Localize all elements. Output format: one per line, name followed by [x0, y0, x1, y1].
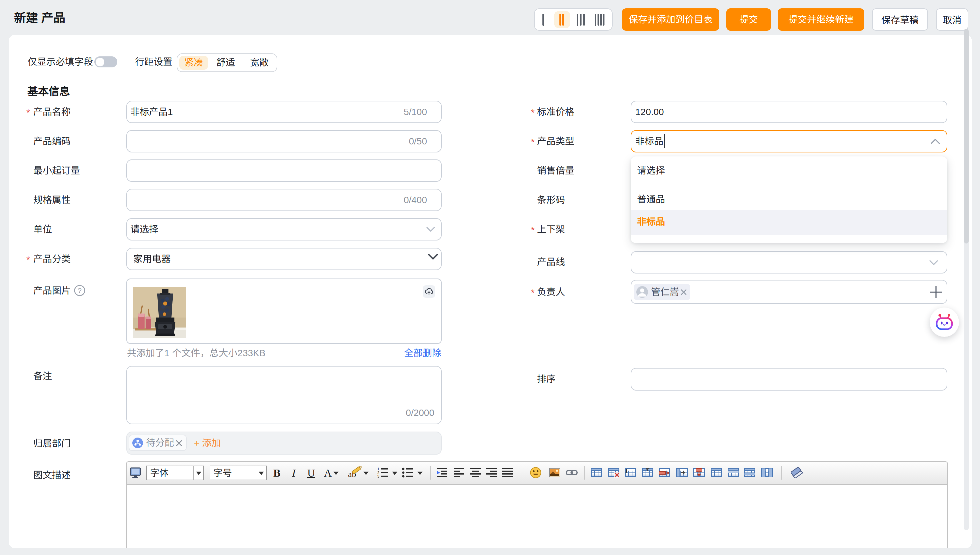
- svg-text:T: T: [625, 468, 628, 473]
- svg-text:?: ?: [78, 287, 82, 294]
- svg-text:3: 3: [377, 474, 379, 478]
